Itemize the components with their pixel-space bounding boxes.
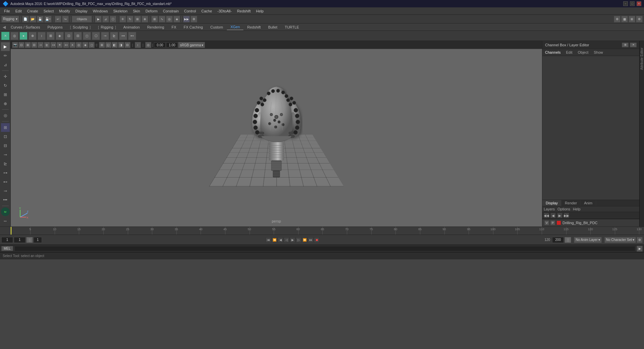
vp-frame-btn[interactable]: ⊞ bbox=[25, 42, 31, 48]
shelf-icon-mirror[interactable]: ⊟ bbox=[74, 32, 82, 40]
paint-select-btn[interactable]: ⬡ bbox=[110, 16, 116, 22]
panel-float-btn[interactable]: ⊞ bbox=[622, 43, 629, 47]
scale-btn[interactable]: ⊞ bbox=[134, 16, 141, 22]
scale-tool-sidebar[interactable]: ⊞ bbox=[1, 90, 10, 99]
maximize-button[interactable]: □ bbox=[630, 1, 635, 6]
vp-xray-btn[interactable]: X bbox=[69, 42, 75, 48]
go-to-start-btn[interactable]: ⏮ bbox=[266, 237, 271, 243]
menu-edit[interactable]: Edit bbox=[13, 8, 24, 14]
menu-skin[interactable]: Skin bbox=[130, 8, 143, 14]
gain-input[interactable] bbox=[166, 42, 178, 48]
paint-tool-sidebar[interactable]: ✏ bbox=[1, 51, 10, 60]
play-back-btn[interactable]: ◁ bbox=[284, 237, 289, 243]
timeline-ruler-ticks[interactable]: 1510152025303540455055606570758085909510… bbox=[11, 227, 644, 235]
lasso-btn[interactable]: ⊿ bbox=[102, 16, 109, 22]
shelf-tab-xgen[interactable]: XGen bbox=[227, 24, 244, 30]
channel-box-btn[interactable]: ▦ bbox=[621, 16, 628, 22]
snap-grid-btn[interactable]: ⊞ bbox=[151, 16, 158, 22]
new-scene-btn[interactable]: 📄 bbox=[22, 16, 29, 22]
shelf-icon-select[interactable]: ✕ bbox=[1, 32, 9, 40]
current-frame-input[interactable] bbox=[14, 237, 25, 243]
soft-mod-sidebar[interactable]: ◎ bbox=[1, 111, 10, 120]
save-scene-btn[interactable]: 💾 bbox=[37, 16, 44, 22]
anim-layer-dropdown[interactable]: No Anim Layer ▾ bbox=[574, 237, 602, 243]
vp-hud-btn[interactable]: ◱ bbox=[105, 42, 111, 48]
tab-edit[interactable]: Edit bbox=[565, 50, 574, 55]
vp-solid-btn[interactable]: ⊸ bbox=[38, 42, 44, 48]
layer-prev-btn[interactable]: ◀◀ bbox=[544, 213, 549, 218]
move-tool-sidebar[interactable]: ✛ bbox=[1, 72, 10, 81]
range-start-input[interactable] bbox=[34, 237, 42, 243]
layer-visibility-btn[interactable]: V bbox=[544, 220, 549, 225]
shelf-icon-skin[interactable]: ◈ bbox=[56, 32, 64, 40]
rotate-tool-sidebar[interactable]: ↻ bbox=[1, 81, 10, 90]
panel-close-btn[interactable]: ✕ bbox=[630, 43, 637, 47]
universal-manip-btn[interactable]: ⊕ bbox=[142, 16, 148, 22]
shelf-tab-custom[interactable]: Custom bbox=[207, 24, 227, 30]
redo-btn[interactable]: ↪ bbox=[62, 16, 69, 22]
mode-dropdown[interactable]: Rigging ▾ bbox=[1, 16, 19, 22]
shelf-icon-3[interactable]: ⊸ bbox=[101, 32, 109, 40]
tab-object[interactable]: Object bbox=[576, 50, 590, 55]
vp-ao-btn[interactable]: ◈ bbox=[82, 42, 88, 48]
objects-btn[interactable]: Objects bbox=[72, 16, 92, 22]
sidebar-btn-7[interactable]: ⊷ bbox=[1, 178, 10, 186]
minimize-button[interactable]: − bbox=[623, 1, 628, 6]
char-set-dropdown[interactable]: No Character Set ▾ bbox=[604, 237, 636, 243]
render-settings-btn[interactable]: ⚙ bbox=[191, 16, 197, 22]
shelf-tab-animation[interactable]: Animation bbox=[120, 24, 144, 30]
tab-display[interactable]: Display bbox=[542, 200, 561, 206]
shelf-tab-rigging[interactable]: Rigging bbox=[94, 24, 120, 30]
gamma-input[interactable] bbox=[154, 42, 166, 48]
color-profile-dropdown[interactable]: sRGB gamma ▾ bbox=[178, 42, 205, 48]
layer-opt-layers[interactable]: Layers bbox=[544, 207, 555, 211]
step-fwd-btn[interactable]: ⏩ bbox=[302, 237, 307, 243]
shelf-tab-polygons[interactable]: Polygons bbox=[44, 24, 66, 30]
menu-create[interactable]: Create bbox=[24, 8, 41, 14]
char-set-options-btn[interactable]: ⚙ bbox=[637, 237, 643, 243]
universal-tool-sidebar[interactable]: ⊕ bbox=[1, 99, 10, 108]
layer-opt-help[interactable]: Help bbox=[573, 207, 581, 211]
shelf-icon-bind[interactable]: ⊞ bbox=[47, 32, 55, 40]
mel-mode-btn[interactable]: MEL bbox=[1, 246, 13, 251]
vp-fit-btn[interactable]: ⊡ bbox=[18, 42, 24, 48]
rotate-btn[interactable]: ↻ bbox=[127, 16, 133, 22]
sculpt-tool-sidebar[interactable]: ⊿ bbox=[1, 60, 10, 69]
open-scene-btn[interactable]: 📂 bbox=[30, 16, 36, 22]
mel-execute-btn[interactable]: ▶ bbox=[637, 246, 643, 252]
start-frame-input[interactable] bbox=[1, 237, 13, 243]
step-back-btn[interactable]: ⏪ bbox=[272, 237, 277, 243]
vp-select-cam-btn[interactable]: ↕ bbox=[135, 42, 141, 48]
viewport-3d[interactable]: View Shading Lighting Show Renderer Pane… bbox=[11, 41, 542, 227]
tool-settings-btn[interactable]: ⚙ bbox=[636, 16, 643, 22]
shelf-icon-eye[interactable]: ◎ bbox=[10, 32, 18, 40]
sidebar-btn-6[interactable]: ⊶ bbox=[1, 168, 10, 177]
menu-deform[interactable]: Deform bbox=[143, 8, 160, 14]
shelf-tab-fxcaching[interactable]: FX Caching bbox=[180, 24, 206, 30]
vp-safe-area-btn[interactable]: ◨ bbox=[118, 42, 124, 48]
sidebar-btn-4[interactable]: ⊸ bbox=[1, 150, 10, 159]
attr-editor-btn[interactable]: ⊞ bbox=[629, 16, 635, 22]
shelf-editor-btn[interactable]: ⚙ bbox=[614, 16, 621, 22]
shelf-tab-redshift[interactable]: Redshift bbox=[244, 24, 264, 30]
shelf-tab-curves-surfaces[interactable]: Curves / Surfaces bbox=[7, 24, 44, 30]
menu-display[interactable]: Display bbox=[73, 8, 90, 14]
move-btn[interactable]: ✛ bbox=[119, 16, 126, 22]
close-button[interactable]: ✕ bbox=[637, 1, 641, 6]
shelf-icon-weight[interactable]: ⊡ bbox=[65, 32, 73, 40]
shelf-left-arrow[interactable]: ◀ bbox=[1, 25, 7, 30]
select-tool-btn[interactable]: ▶ bbox=[95, 16, 102, 22]
shelf-icon-ctrl[interactable]: ◻ bbox=[83, 32, 91, 40]
shelf-tab-bullet[interactable]: Bullet bbox=[264, 24, 281, 30]
title-bar-controls[interactable]: − □ ✕ bbox=[623, 1, 641, 6]
menu-select[interactable]: Select bbox=[41, 8, 57, 14]
menu-redshift[interactable]: Redshift bbox=[234, 8, 253, 14]
save-as-btn[interactable]: 💾+ bbox=[44, 16, 52, 22]
menu-modify[interactable]: Modify bbox=[56, 8, 72, 14]
vp-material-btn[interactable]: ⊵ bbox=[44, 42, 50, 48]
record-btn[interactable]: ⏺ bbox=[314, 237, 319, 243]
shelf-icon-joint[interactable]: ⊕ bbox=[29, 32, 37, 40]
play-fwd-btn[interactable]: ▶ bbox=[290, 237, 295, 243]
tab-anim[interactable]: Anim bbox=[581, 200, 596, 206]
menu-skeleton[interactable]: Skeleton bbox=[110, 8, 130, 14]
